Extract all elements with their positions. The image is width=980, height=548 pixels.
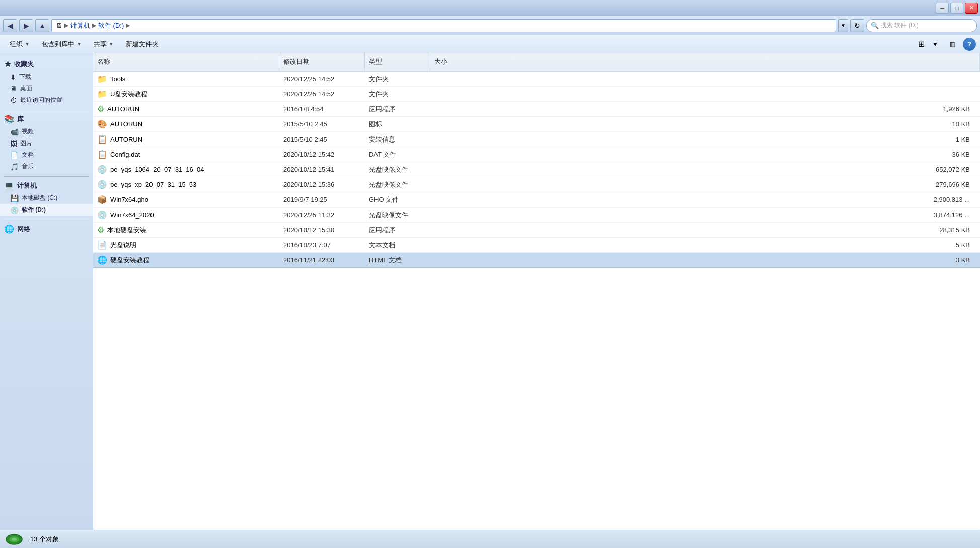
file-name-cell: 📋 Config.dat	[93, 150, 279, 159]
file-type: 应用程序	[365, 105, 430, 114]
table-row[interactable]: 📄 光盘说明 2016/10/23 7:07 文本文档 5 KB	[93, 238, 980, 253]
search-icon: 🔍	[871, 22, 879, 29]
table-row[interactable]: ⚙ 本地硬盘安装 2020/10/12 15:30 应用程序 28,315 KB	[93, 223, 980, 238]
add-to-library-button[interactable]: 包含到库中 ▼	[36, 37, 87, 51]
music-icon: 🎵	[10, 163, 19, 171]
preview-pane-button[interactable]: ▥	[946, 38, 959, 51]
computer-icon: 🖥	[56, 22, 62, 29]
sidebar-item-pictures[interactable]: 🖼 图片	[0, 138, 93, 149]
file-icon: ⚙	[97, 225, 104, 235]
sidebar-item-c-drive-label: 本地磁盘 (C:)	[22, 194, 57, 202]
download-icon: ⬇	[10, 73, 16, 81]
share-label: 共享	[94, 40, 107, 49]
network-header[interactable]: 🌐 网络	[0, 222, 93, 236]
file-name: AUTORUN	[107, 105, 139, 113]
sidebar-divider-2	[4, 176, 89, 177]
file-size: 279,696 KB	[430, 181, 980, 188]
path-sep-1: ▶	[64, 22, 68, 29]
table-row[interactable]: ⚙ AUTORUN 2016/1/8 4:54 应用程序 1,926 KB	[93, 102, 980, 117]
sidebar-item-c-drive[interactable]: 💾 本地磁盘 (C:)	[0, 192, 93, 204]
file-size: 2,900,813 ...	[430, 196, 980, 203]
refresh-button[interactable]: ↻	[850, 19, 864, 32]
file-date: 2015/5/10 2:45	[279, 120, 365, 128]
favorites-label: 收藏夹	[14, 60, 34, 69]
file-name-cell: ⚙ AUTORUN	[93, 104, 279, 114]
computer-section: 💻 计算机 💾 本地磁盘 (C:) 💿 软件 (D:)	[0, 179, 93, 216]
sidebar-item-documents[interactable]: 📄 文档	[0, 149, 93, 161]
file-icon: 📁	[97, 74, 107, 84]
table-row[interactable]: 💿 Win7x64_2020 2020/12/25 11:32 光盘映像文件 3…	[93, 208, 980, 223]
file-name: 本地硬盘安装	[107, 226, 146, 235]
file-type: HTML 文档	[365, 256, 430, 265]
add-to-library-dropdown-icon: ▼	[77, 41, 82, 47]
network-label: 网络	[17, 225, 30, 234]
help-button[interactable]: ?	[963, 38, 976, 51]
col-header-name[interactable]: 名称	[93, 53, 279, 71]
col-header-size[interactable]: 大小	[430, 53, 980, 71]
table-row[interactable]: 📁 Tools 2020/12/25 14:52 文件夹	[93, 72, 980, 87]
back-button[interactable]: ◀	[3, 19, 17, 32]
path-sep-2: ▶	[92, 22, 96, 29]
file-name: Win7x64_2020	[110, 211, 154, 219]
path-computer[interactable]: 计算机	[70, 21, 90, 30]
table-row[interactable]: 📋 Config.dat 2020/10/12 15:42 DAT 文件 36 …	[93, 147, 980, 162]
file-icon: ⚙	[97, 104, 104, 114]
close-button[interactable]: ✕	[965, 3, 978, 14]
computer-icon: 💻	[4, 181, 14, 190]
sidebar-item-d-drive[interactable]: 💿 软件 (D:)	[0, 204, 93, 216]
organize-label: 组织	[10, 40, 23, 49]
file-icon: 🎨	[97, 119, 107, 129]
address-dropdown[interactable]: ▼	[838, 19, 848, 32]
file-name: AUTORUN	[110, 135, 142, 143]
file-name-cell: 📁 Tools	[93, 74, 279, 84]
file-name: U盘安装教程	[110, 90, 147, 99]
minimize-button[interactable]: ─	[936, 3, 949, 14]
computer-header[interactable]: 💻 计算机	[0, 179, 93, 192]
sidebar-item-desktop[interactable]: 🖥 桌面	[0, 83, 93, 94]
file-name-cell: 💿 pe_yqs_xp_20_07_31_15_53	[93, 180, 279, 189]
table-row[interactable]: 📁 U盘安装教程 2020/12/25 14:52 文件夹	[93, 87, 980, 102]
organize-button[interactable]: 组织 ▼	[4, 37, 35, 51]
file-date: 2016/10/23 7:07	[279, 241, 365, 249]
share-button[interactable]: 共享 ▼	[88, 37, 119, 51]
col-header-date[interactable]: 修改日期	[279, 53, 365, 71]
path-drive[interactable]: 软件 (D:)	[98, 21, 124, 30]
file-size: 3 KB	[430, 256, 980, 264]
table-row[interactable]: 📦 Win7x64.gho 2019/9/7 19:25 GHO 文件 2,90…	[93, 192, 980, 208]
add-to-library-label: 包含到库中	[42, 40, 74, 49]
address-path[interactable]: 🖥 ▶ 计算机 ▶ 软件 (D:) ▶	[51, 19, 836, 32]
sidebar-item-download[interactable]: ⬇ 下载	[0, 71, 93, 83]
table-row[interactable]: 🎨 AUTORUN 2015/5/10 2:45 图标 10 KB	[93, 117, 980, 132]
view-list-button[interactable]: ⊞	[915, 38, 928, 51]
file-name-cell: 📦 Win7x64.gho	[93, 195, 279, 204]
col-size-label: 大小	[434, 57, 447, 66]
search-box[interactable]: 🔍 搜索 软件 (D:)	[866, 19, 977, 32]
file-name: Config.dat	[110, 151, 140, 158]
view-dropdown-button[interactable]: ▼	[929, 38, 942, 51]
maximize-button[interactable]: □	[950, 3, 963, 14]
favorites-header[interactable]: ★ 收藏夹	[0, 57, 93, 71]
video-icon: 📹	[10, 128, 19, 136]
sidebar-item-music[interactable]: 🎵 音乐	[0, 161, 93, 172]
table-row[interactable]: 📋 AUTORUN 2015/5/10 2:45 安装信息 1 KB	[93, 132, 980, 147]
library-header[interactable]: 📚 库	[0, 112, 93, 126]
favorites-section: ★ 收藏夹 ⬇ 下载 🖥 桌面 ⏱ 最近访问的位置	[0, 57, 93, 106]
file-date: 2020/12/25 14:52	[279, 75, 365, 83]
forward-button[interactable]: ▶	[19, 19, 33, 32]
table-row[interactable]: 💿 pe_yqs_xp_20_07_31_15_53 2020/10/12 15…	[93, 177, 980, 192]
col-header-type[interactable]: 类型	[365, 53, 430, 71]
file-size: 1 KB	[430, 135, 980, 143]
sidebar-item-recent[interactable]: ⏱ 最近访问的位置	[0, 94, 93, 106]
table-row[interactable]: 💿 pe_yqs_1064_20_07_31_16_04 2020/10/12 …	[93, 162, 980, 177]
file-name: Win7x64.gho	[110, 196, 148, 203]
file-size: 10 KB	[430, 120, 980, 128]
file-type: DAT 文件	[365, 150, 430, 159]
sidebar-item-video[interactable]: 📹 视频	[0, 126, 93, 138]
file-date: 2015/5/10 2:45	[279, 135, 365, 143]
up-button[interactable]: ▲	[35, 19, 49, 32]
file-type: 光盘映像文件	[365, 211, 430, 220]
table-row[interactable]: 🌐 硬盘安装教程 2016/11/21 22:03 HTML 文档 3 KB	[93, 253, 980, 268]
new-folder-button[interactable]: 新建文件夹	[120, 37, 164, 51]
file-icon: 📁	[97, 89, 107, 99]
status-bar: 13 个对象	[0, 530, 980, 548]
